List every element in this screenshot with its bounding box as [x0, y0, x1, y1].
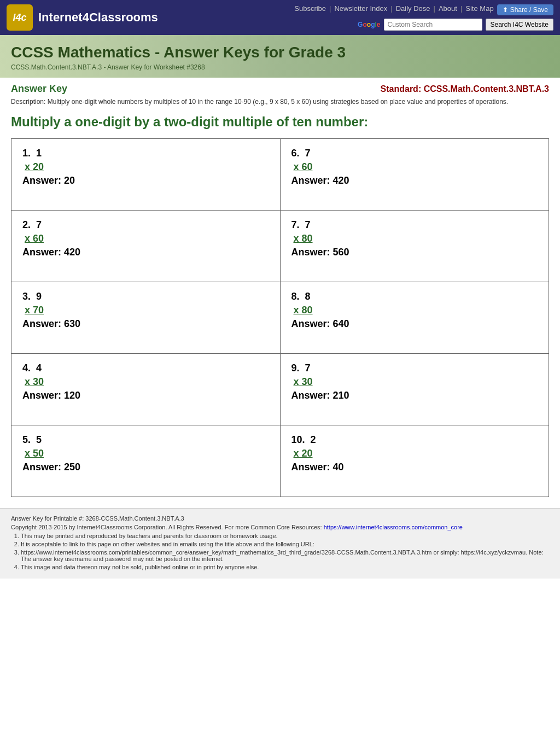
site-title: Internet4Classrooms — [38, 10, 158, 25]
problem-answer-9: Answer: 210 — [291, 390, 538, 401]
problem-row: 5. 5 x 50 Answer: 250 10. 2 x 20 Answer:… — [11, 425, 549, 497]
problem-multiplier-4: x 30 — [22, 376, 269, 388]
problem-number-10: 10. 2 — [291, 434, 538, 446]
answer-key-label: Answer Key — [11, 83, 67, 95]
problem-cell-1: 1. 1 x 20 Answer: 20 — [11, 139, 281, 210]
description: Description: Multiply one-digit whole nu… — [11, 98, 549, 106]
problem-row: 2. 7 x 60 Answer: 420 7. 7 x 80 Answer: … — [11, 211, 549, 282]
problem-row: 4. 4 x 30 Answer: 120 9. 7 x 30 Answer: … — [11, 354, 549, 425]
page-title: CCSS Mathematics - Answer Keys for Grade… — [11, 44, 549, 61]
logo-area: i4c Internet4Classrooms — [7, 4, 158, 31]
problem-number-4: 4. 4 — [22, 363, 269, 374]
problem-multiplier-6: x 60 — [291, 161, 538, 173]
problem-cell-10: 10. 2 x 20 Answer: 40 — [281, 425, 549, 497]
problem-multiplier-3: x 70 — [22, 305, 269, 316]
search-row: Google Search I4C Website — [358, 19, 553, 31]
problem-number-6: 6. 7 — [291, 148, 538, 159]
footer-printable-ref: Answer Key for Printable #: 3268-CCSS.Ma… — [11, 515, 549, 522]
problem-multiplier-10: x 20 — [291, 448, 538, 459]
problem-answer-7: Answer: 560 — [291, 247, 538, 258]
problem-cell-5: 5. 5 x 50 Answer: 250 — [11, 425, 281, 497]
breadcrumb: CCSS.Math.Content.3.NBT.A.3 - Answer Key… — [11, 63, 549, 71]
problem-cell-3: 3. 9 x 70 Answer: 630 — [11, 282, 281, 353]
nav-sitemap[interactable]: Site Map — [465, 4, 493, 15]
search-button[interactable]: Search I4C Website — [486, 19, 554, 31]
problem-cell-8: 8. 8 x 80 Answer: 640 — [281, 282, 549, 353]
footer-note-1: This may be printed and reproduced by te… — [21, 533, 549, 539]
footer-copyright: Copyright 2013-2015 by Internet4Classroo… — [11, 524, 549, 530]
problem-row: 1. 1 x 20 Answer: 20 6. 7 x 60 Answer: 4… — [11, 139, 549, 211]
worksheet-title: Multiply a one-digit by a two-digit mult… — [11, 114, 549, 130]
answer-key-header: Answer Key Standard: CCSS.Math.Content.3… — [11, 83, 549, 95]
problem-number-3: 3. 9 — [22, 291, 269, 302]
problem-answer-6: Answer: 420 — [291, 175, 538, 186]
problem-multiplier-1: x 20 — [22, 161, 269, 173]
problem-answer-10: Answer: 40 — [291, 462, 538, 473]
problem-grid: 1. 1 x 20 Answer: 20 6. 7 x 60 Answer: 4… — [11, 138, 549, 497]
problem-answer-4: Answer: 120 — [22, 390, 269, 401]
problem-multiplier-2: x 60 — [22, 233, 269, 244]
problem-number-7: 7. 7 — [291, 219, 538, 231]
problem-answer-1: Answer: 20 — [22, 175, 269, 186]
nav-right: Subscribe | Newsletter Index | Daily Dos… — [294, 4, 553, 31]
problem-number-5: 5. 5 — [22, 434, 269, 446]
problem-multiplier-7: x 80 — [291, 233, 538, 244]
problem-row: 3. 9 x 70 Answer: 630 8. 8 x 80 Answer: … — [11, 282, 549, 354]
problem-number-1: 1. 1 — [22, 148, 269, 159]
footer-note-4: This image and data thereon may not be s… — [21, 564, 549, 570]
nav-links: Subscribe | Newsletter Index | Daily Dos… — [294, 4, 553, 15]
problem-cell-9: 9. 7 x 30 Answer: 210 — [281, 354, 549, 425]
nav-newsletter[interactable]: Newsletter Index — [334, 4, 387, 15]
search-input[interactable] — [384, 19, 482, 31]
google-logo: Google — [358, 21, 380, 28]
banner: CCSS Mathematics - Answer Keys for Grade… — [0, 35, 560, 78]
problem-multiplier-9: x 30 — [291, 376, 538, 388]
share-icon: ⬆ — [503, 6, 508, 14]
problem-answer-3: Answer: 630 — [22, 318, 269, 330]
footer-note-3: https://www.internet4classrooms.com/prin… — [21, 549, 549, 562]
problem-cell-2: 2. 7 x 60 Answer: 420 — [11, 211, 281, 282]
problem-multiplier-8: x 80 — [291, 305, 538, 316]
problem-cell-4: 4. 4 x 30 Answer: 120 — [11, 354, 281, 425]
problem-answer-8: Answer: 640 — [291, 318, 538, 330]
problem-multiplier-5: x 50 — [22, 448, 269, 459]
share-save-button[interactable]: ⬆ Share / Save — [497, 4, 553, 15]
standard-label: Standard: CCSS.Math.Content.3.NBT.A.3 — [381, 84, 549, 94]
footer-note-2: It is acceptable to link to this page on… — [21, 541, 549, 547]
site-header: i4c Internet4Classrooms Subscribe | News… — [0, 0, 560, 35]
problem-number-2: 2. 7 — [22, 219, 269, 231]
problem-cell-6: 6. 7 x 60 Answer: 420 — [281, 139, 549, 210]
nav-dailydose[interactable]: Daily Dose — [396, 4, 430, 15]
problem-answer-5: Answer: 250 — [22, 462, 269, 473]
problem-cell-7: 7. 7 x 80 Answer: 560 — [281, 211, 549, 282]
content-area: Answer Key Standard: CCSS.Math.Content.3… — [0, 78, 560, 508]
nav-about[interactable]: About — [439, 4, 457, 15]
footer-notes: This may be printed and reproduced by te… — [21, 533, 549, 570]
problem-number-8: 8. 8 — [291, 291, 538, 302]
logo-icon: i4c — [7, 4, 33, 31]
problem-number-9: 9. 7 — [291, 363, 538, 374]
footer: Answer Key for Printable #: 3268-CCSS.Ma… — [0, 508, 560, 579]
footer-common-core-link[interactable]: https://www.internet4classrooms.com/comm… — [324, 524, 463, 530]
nav-subscribe[interactable]: Subscribe — [294, 4, 326, 15]
problem-answer-2: Answer: 420 — [22, 247, 269, 258]
